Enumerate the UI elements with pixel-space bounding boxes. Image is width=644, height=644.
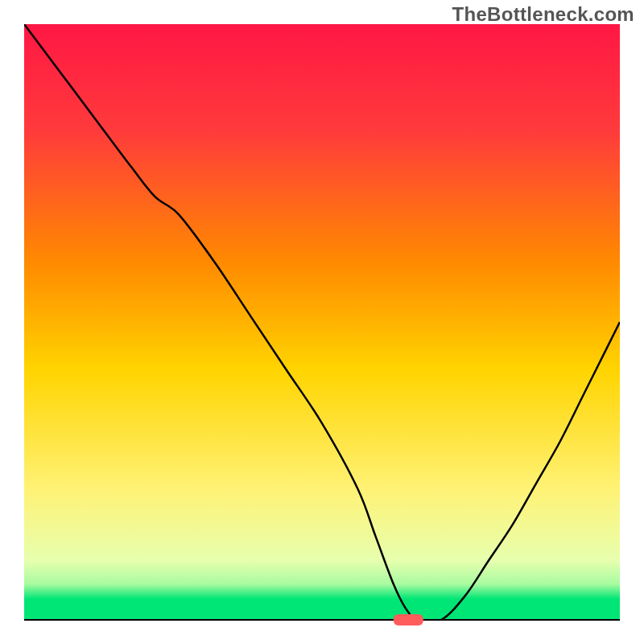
bottleneck-chart xyxy=(0,0,644,644)
chart-stage: TheBottleneck.com xyxy=(0,0,644,644)
optimal-point-marker xyxy=(394,614,423,625)
watermark-text: TheBottleneck.com xyxy=(452,3,634,26)
plot-background xyxy=(24,24,620,620)
